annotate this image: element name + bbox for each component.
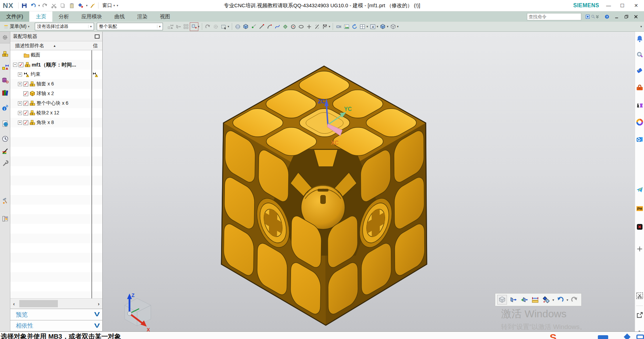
tab-曲线[interactable]: 曲线: [108, 11, 131, 22]
tree-row[interactable]: 截面: [10, 50, 102, 60]
chess-app-icon[interactable]: [636, 101, 643, 109]
chevron-down-icon[interactable]: ▾: [116, 4, 119, 7]
visibility-checkbox[interactable]: [23, 101, 28, 106]
visibility-checkbox[interactable]: [23, 82, 28, 86]
close-window-icon[interactable]: [632, 13, 639, 20]
machining-icon[interactable]: [1, 196, 9, 205]
resize-face-icon[interactable]: [530, 295, 540, 305]
office-app-icon[interactable]: [636, 119, 643, 126]
show-hide-icon[interactable]: [343, 23, 351, 31]
chevron-down-icon[interactable]: ▾: [329, 25, 331, 28]
help-icon[interactable]: ?: [603, 13, 610, 20]
outlook-app-icon[interactable]: [636, 136, 643, 143]
edges-icon[interactable]: [389, 23, 397, 31]
roles-icon[interactable]: [0, 32, 10, 43]
horizontal-scrollbar[interactable]: ‹ ›: [10, 298, 102, 309]
chevron-down-icon[interactable]: ▾: [377, 25, 378, 28]
window-menu[interactable]: 窗口 ▾ ▾: [100, 2, 120, 9]
arc-icon[interactable]: [266, 23, 273, 31]
scrollbar-thumb[interactable]: [19, 300, 58, 307]
tab-分析[interactable]: 分析: [52, 11, 75, 22]
cut-icon[interactable]: [50, 1, 58, 10]
assembly-navigator-icon[interactable]: [1, 50, 9, 58]
search-input[interactable]: [527, 14, 591, 19]
chevron-down-icon[interactable]: ▾: [157, 25, 163, 28]
chevron-down-icon[interactable]: ▾: [567, 298, 568, 302]
scroll-right-icon[interactable]: ›: [98, 301, 100, 307]
tab-应用模块[interactable]: 应用模块: [75, 11, 108, 22]
block-icon[interactable]: [242, 23, 250, 31]
tag-app-icon[interactable]: [636, 67, 643, 74]
tab-file[interactable]: 文件(F): [0, 11, 30, 22]
notification-bell-icon[interactable]: [636, 35, 643, 42]
chevron-down-icon[interactable]: ▾: [198, 25, 200, 28]
move-face-icon[interactable]: [508, 295, 518, 305]
undo-icon[interactable]: [29, 1, 37, 10]
chevron-down-icon[interactable]: V: [94, 322, 100, 329]
tree-row[interactable]: +!约束!: [10, 70, 102, 79]
redo-icon[interactable]: [204, 23, 212, 31]
expander-expand-icon[interactable]: +: [18, 101, 22, 105]
expander-expand-icon[interactable]: +: [18, 121, 22, 125]
graphics-viewport[interactable]: ZC YC XC Z X ▾▾ 激: [103, 32, 635, 331]
tab-渲染[interactable]: 渲染: [131, 11, 154, 22]
windows-search-icon[interactable]: [636, 51, 643, 58]
chevron-down-icon[interactable]: ▾: [86, 4, 88, 7]
menu-button[interactable]: 菜单(M) ▾: [1, 23, 32, 30]
tab-主页[interactable]: 主页: [30, 11, 52, 22]
save-icon[interactable]: [20, 1, 28, 10]
tree-row[interactable]: +角块 x 8: [10, 118, 102, 127]
expander-expand-icon[interactable]: +: [18, 111, 22, 115]
chamfer-icon[interactable]: [313, 23, 321, 31]
preview-section[interactable]: 预览 V: [10, 309, 102, 320]
sphere-icon[interactable]: [234, 23, 242, 31]
view-orient-icon[interactable]: 4: [369, 23, 377, 31]
select-rect-icon[interactable]: [220, 23, 228, 31]
assembly-constraints-icon[interactable]: [166, 23, 174, 31]
chevron-down-icon[interactable]: ▾: [387, 25, 388, 28]
offset-region-icon[interactable]: [519, 295, 529, 305]
snip-tool-icon[interactable]: [636, 292, 643, 299]
minimize-window-icon[interactable]: [613, 13, 620, 20]
delete-icon[interactable]: [77, 1, 85, 10]
visual-reports-icon[interactable]: [1, 147, 9, 155]
recent-icon[interactable]: [1, 134, 9, 143]
render-style-icon[interactable]: [379, 23, 387, 31]
circle-icon[interactable]: [289, 23, 297, 31]
ph-app-icon[interactable]: PH: [636, 205, 643, 212]
minimize-ribbon-icon[interactable]: [594, 13, 601, 20]
tree-row[interactable]: +整个中心块 x 6: [10, 99, 102, 108]
chevron-down-icon[interactable]: ▾: [88, 25, 94, 28]
chevron-down-icon[interactable]: ▾: [552, 298, 554, 302]
tools-icon[interactable]: [1, 159, 9, 168]
chevron-down-icon[interactable]: ▾: [366, 25, 368, 28]
close-button[interactable]: ✕: [632, 3, 641, 8]
x-app-icon[interactable]: [636, 223, 643, 230]
expander-expand-icon[interactable]: +: [18, 82, 22, 86]
replace-face-icon[interactable]: [541, 295, 551, 305]
visibility-checkbox[interactable]: [23, 111, 28, 115]
datum-csys-icon[interactable]: [281, 23, 289, 31]
information-icon[interactable]: i: [1, 103, 9, 112]
line-icon[interactable]: [258, 23, 266, 31]
chevron-down-icon[interactable]: ▾: [113, 4, 115, 7]
maximize-button[interactable]: ☐: [618, 3, 627, 8]
undo-icon[interactable]: [555, 295, 565, 305]
paste-icon[interactable]: [68, 1, 76, 10]
toolbar-overflow-caret[interactable]: ▾: [640, 25, 642, 28]
refresh-icon[interactable]: [351, 23, 359, 31]
history-icon[interactable]: [1, 88, 9, 97]
repeat-command-icon[interactable]: [89, 1, 97, 10]
touch-panel-icon[interactable]: [1, 214, 9, 223]
fullscreen-icon[interactable]: [584, 13, 591, 20]
expander-expand-icon[interactable]: +: [18, 72, 22, 76]
spline-icon[interactable]: [273, 23, 281, 31]
internet-icon[interactable]: [1, 119, 9, 128]
new-tab-icon[interactable]: [636, 245, 643, 253]
share-link-icon[interactable]: [636, 311, 643, 319]
redo-icon[interactable]: [41, 1, 49, 10]
constraint-navigator-icon[interactable]: [1, 63, 9, 71]
more-shapes-icon[interactable]: [321, 23, 329, 31]
part-navigator-icon[interactable]: [1, 76, 9, 84]
telegram-app-icon[interactable]: [636, 186, 643, 193]
